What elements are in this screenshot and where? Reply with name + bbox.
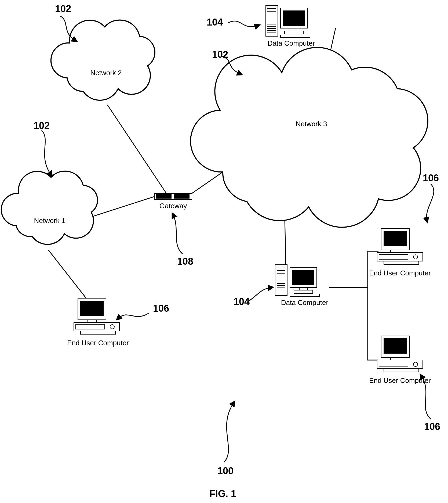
svg-rect-11 <box>266 5 278 36</box>
ref-108: 108 <box>177 256 193 267</box>
network-2-cloud <box>51 20 155 100</box>
svg-rect-41 <box>87 320 97 322</box>
end-user-right-upper-label: End User Computer <box>369 269 431 277</box>
svg-rect-21 <box>283 11 305 26</box>
svg-rect-48 <box>391 250 400 253</box>
data-computer-center-label: Data Computer <box>281 299 329 307</box>
svg-line-3 <box>48 250 87 300</box>
svg-rect-54 <box>384 339 407 353</box>
ref-100: 100 <box>217 465 234 476</box>
ref-104-a: 104 <box>207 17 223 28</box>
svg-rect-35 <box>293 270 314 285</box>
network-3-cloud <box>191 48 428 227</box>
network-1-label: Network 1 <box>34 217 65 225</box>
network-3-label: Network 3 <box>296 120 327 128</box>
end-user-right-lower-label: End User Computer <box>369 376 431 385</box>
ref-106-a: 106 <box>153 303 169 314</box>
svg-rect-45 <box>81 331 115 334</box>
gateway-icon <box>154 193 192 199</box>
figure-number: FIG. 1 <box>209 488 236 499</box>
ref-102-c: 102 <box>212 49 228 60</box>
end-user-right-upper-icon <box>377 228 423 264</box>
svg-rect-37 <box>294 290 313 293</box>
svg-rect-59 <box>384 369 419 372</box>
svg-rect-55 <box>391 357 400 360</box>
svg-rect-38 <box>290 294 319 297</box>
ref-106-b: 106 <box>423 173 439 184</box>
svg-rect-40 <box>81 301 103 316</box>
svg-rect-50 <box>379 254 408 259</box>
end-user-right-lower-icon <box>377 336 423 372</box>
svg-point-44 <box>110 325 114 329</box>
svg-line-2 <box>188 172 223 196</box>
svg-rect-9 <box>156 195 171 198</box>
end-user-bottom-left-label: End User Computer <box>67 339 129 347</box>
svg-rect-36 <box>299 288 307 290</box>
svg-rect-23 <box>285 31 303 34</box>
data-computer-top-label: Data Computer <box>268 39 315 47</box>
ref-104-b: 104 <box>234 296 250 307</box>
data-computer-top-icon <box>266 5 310 38</box>
gateway-label: Gateway <box>159 202 187 210</box>
ref-102-a: 102 <box>55 3 71 14</box>
data-computer-center-icon <box>275 265 319 297</box>
svg-line-1 <box>107 105 166 193</box>
svg-rect-10 <box>174 195 189 198</box>
svg-point-58 <box>413 362 418 367</box>
svg-rect-52 <box>384 261 419 264</box>
svg-rect-25 <box>275 265 287 296</box>
svg-rect-22 <box>290 28 298 31</box>
end-user-bottom-left-icon <box>74 298 119 334</box>
network-diagram: Network 1 Network 2 Network 3 Gateway Da… <box>0 0 448 503</box>
network-1-cloud <box>1 171 98 245</box>
svg-rect-57 <box>379 362 408 367</box>
ref-106-c: 106 <box>424 421 440 432</box>
svg-rect-43 <box>76 324 105 329</box>
svg-point-51 <box>413 255 418 259</box>
svg-rect-24 <box>281 35 310 38</box>
ref-102-b: 102 <box>34 120 50 131</box>
network-2-label: Network 2 <box>90 69 122 77</box>
svg-rect-47 <box>384 231 407 246</box>
